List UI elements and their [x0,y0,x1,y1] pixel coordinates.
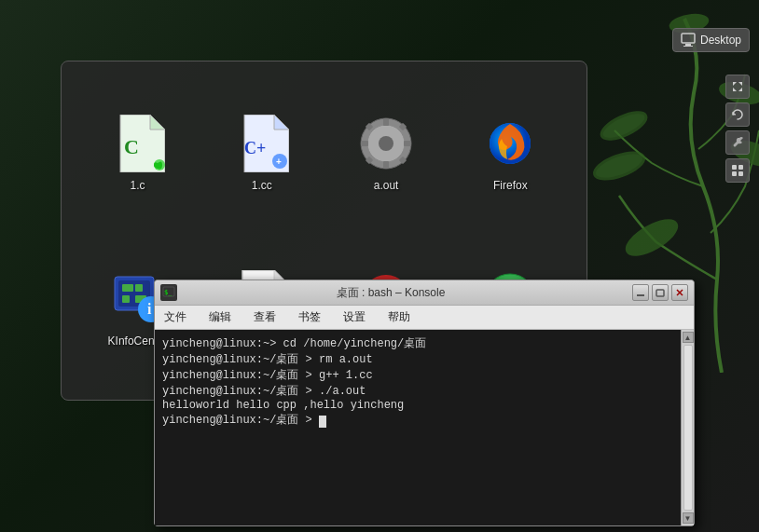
svg-rect-24 [383,118,389,126]
svg-rect-10 [738,165,743,170]
svg-rect-39 [122,295,130,303]
svg-rect-27 [404,141,411,146]
side-panel [725,75,750,183]
konsole-minimize-btn[interactable] [632,284,649,301]
konsole-menubar: 文件 编辑 查看 书签 设置 帮助 [155,306,694,330]
scroll-down-btn[interactable]: ▼ [683,512,694,524]
scroll-track [683,345,693,511]
svg-rect-26 [361,141,368,146]
side-btn-resize[interactable] [725,75,750,99]
konsole-content: yincheng@linux:~> cd /home/yincheng/桌面 y… [155,330,694,525]
icon-aout-image [356,114,416,173]
konsole-titlebar: $_ 桌面 : bash – Konsole [155,280,694,306]
scroll-up-btn[interactable]: ▲ [683,332,694,343]
konsole-window: $_ 桌面 : bash – Konsole 文件 编辑 查看 书签 设置 帮助… [154,280,695,526]
svg-rect-37 [122,284,133,292]
icon-aout[interactable]: a.out [329,80,444,226]
icon-firefox-label: Firefox [493,179,528,192]
svg-text:+: + [276,157,282,167]
icon-1c[interactable]: C 1.c [80,80,195,226]
icon-1cc-image: C+ + [232,114,292,173]
svg-rect-38 [135,284,143,292]
desktop-button-label: Desktop [700,34,741,47]
icon-1c-image: C [108,114,168,173]
konsole-scrollbar: ▲ ▼ [681,330,694,525]
monitor-icon [681,33,696,48]
menu-file[interactable]: 文件 [160,307,190,327]
svg-point-32 [379,136,393,151]
icon-firefox[interactable]: Firefox [453,80,568,226]
icon-1cc-label: 1.cc [252,179,272,192]
svg-rect-9 [732,165,737,170]
menu-settings[interactable]: 设置 [339,307,369,327]
svg-rect-25 [383,161,389,169]
konsole-title: 桌面 : bash – Konsole [155,285,627,301]
menu-edit[interactable]: 编辑 [205,307,235,327]
svg-rect-65 [656,290,664,296]
svg-rect-7 [685,44,691,46]
svg-marker-14 [150,115,165,130]
icon-aout-label: a.out [374,179,399,192]
svg-marker-18 [274,115,289,130]
icon-firefox-image [480,114,540,173]
side-btn-tools[interactable] [725,130,750,155]
side-btn-grid[interactable] [725,158,750,183]
titlebar-controls [632,284,688,301]
menu-view[interactable]: 查看 [250,307,280,327]
icon-1c-label: 1.c [131,179,145,192]
svg-text:C: C [124,135,139,158]
icon-1cc[interactable]: C+ + 1.cc [204,80,319,226]
menu-bookmarks[interactable]: 书签 [295,307,324,327]
svg-rect-12 [738,171,743,176]
svg-rect-8 [683,46,693,47]
konsole-maximize-btn[interactable] [652,284,669,301]
svg-rect-64 [637,294,644,296]
svg-text:i: i [147,301,152,317]
konsole-close-btn[interactable] [671,284,688,301]
svg-rect-11 [732,171,737,176]
side-btn-refresh[interactable] [725,102,750,127]
svg-text:C+: C+ [244,139,266,157]
svg-point-16 [154,159,165,171]
svg-rect-6 [682,34,695,43]
desktop-button[interactable]: Desktop [672,28,750,52]
konsole-terminal[interactable]: yincheng@linux:~> cd /home/yincheng/桌面 y… [155,330,681,525]
menu-help[interactable]: 帮助 [384,307,414,327]
